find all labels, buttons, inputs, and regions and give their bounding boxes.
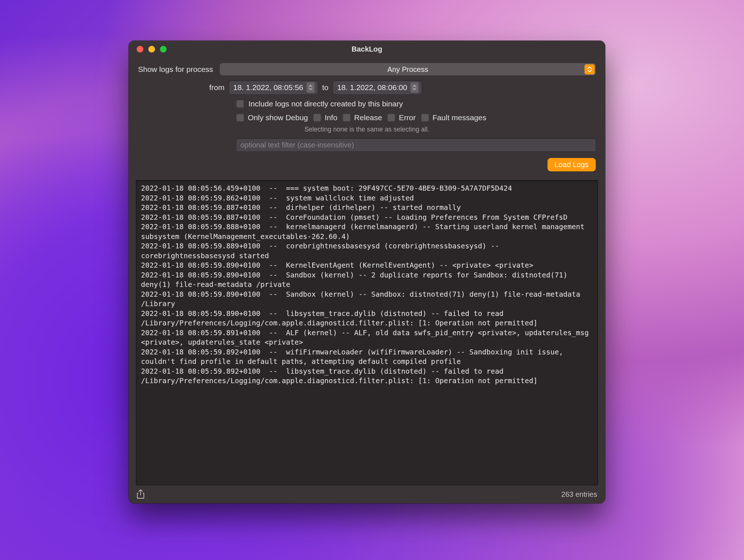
share-icon[interactable]: [137, 490, 145, 499]
process-row: Show logs for process Any Process: [138, 63, 596, 76]
to-label: to: [322, 83, 329, 92]
action-row: Load Logs: [138, 158, 596, 171]
from-date-value: 18. 1.2022, 08:05:56: [233, 83, 303, 92]
to-date-value: 18. 1.2022, 08:06:00: [337, 83, 407, 92]
from-stepper[interactable]: [306, 82, 315, 93]
window-title: BackLog: [129, 45, 605, 53]
from-label: from: [209, 83, 225, 92]
date-range-row: from 18. 1.2022, 08:05:56 to 18. 1.2022,…: [138, 81, 596, 94]
level-prefix: Only show Debug: [248, 113, 308, 122]
load-logs-button[interactable]: Load Logs: [547, 158, 596, 171]
entry-count: 263 entries: [561, 490, 597, 499]
process-popup[interactable]: Any Process: [220, 63, 596, 76]
footer: 263 entries: [129, 485, 605, 503]
levels-hint: Selecting none is the same as selecting …: [138, 126, 596, 133]
process-selected: Any Process: [387, 65, 428, 74]
app-window: BackLog Show logs for process Any Proces…: [129, 41, 605, 503]
level-error-label: Error: [399, 113, 416, 122]
levels-row: Only show Debug Info Release Error Fault…: [138, 113, 596, 122]
include-label: Include logs not directly created by thi…: [248, 100, 403, 108]
to-stepper[interactable]: [410, 82, 419, 93]
include-checkbox[interactable]: [236, 100, 244, 108]
level-info-checkbox[interactable]: [313, 114, 321, 122]
level-info-label: Info: [325, 113, 337, 122]
level-fault-label: Fault messages: [433, 113, 486, 122]
level-debug-checkbox[interactable]: [236, 114, 244, 122]
controls-panel: Show logs for process Any Process from 1…: [129, 57, 605, 177]
chevron-up-down-icon: [585, 64, 595, 74]
filter-input[interactable]: [236, 138, 596, 151]
level-release-checkbox[interactable]: [343, 114, 351, 122]
process-label: Show logs for process: [138, 65, 213, 74]
from-date-field[interactable]: 18. 1.2022, 08:05:56: [229, 81, 318, 94]
level-release-label: Release: [354, 113, 382, 122]
level-fault-checkbox[interactable]: [421, 114, 429, 122]
include-row: Include logs not directly created by thi…: [138, 100, 596, 108]
log-output[interactable]: 2022-01-18 08:05:56.459+0100 -- === syst…: [136, 180, 598, 485]
filter-row: [138, 138, 596, 151]
titlebar[interactable]: BackLog: [129, 41, 605, 57]
to-date-field[interactable]: 18. 1.2022, 08:06:00: [333, 81, 422, 94]
level-error-checkbox[interactable]: [387, 114, 395, 122]
